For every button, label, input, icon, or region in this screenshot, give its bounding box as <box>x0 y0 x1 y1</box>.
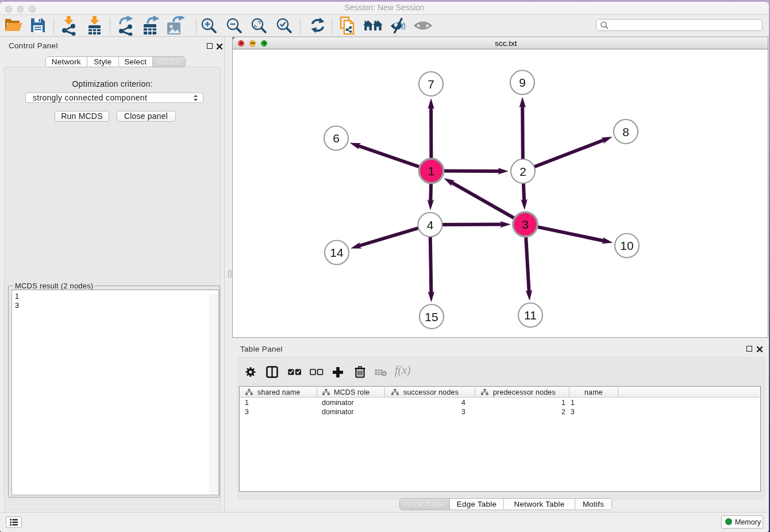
svg-text:1: 1 <box>428 164 435 178</box>
svg-text:4: 4 <box>427 218 434 232</box>
svg-text:3: 3 <box>522 218 529 231</box>
svg-text:6: 6 <box>333 132 340 145</box>
svg-text:15: 15 <box>425 310 438 323</box>
svg-text:14: 14 <box>330 246 344 259</box>
svg-text:8: 8 <box>622 125 629 138</box>
svg-text:9: 9 <box>519 76 526 89</box>
svg-text:11: 11 <box>524 309 537 322</box>
svg-text:7: 7 <box>428 78 434 91</box>
svg-text:2: 2 <box>519 165 526 178</box>
svg-text:10: 10 <box>620 239 633 252</box>
